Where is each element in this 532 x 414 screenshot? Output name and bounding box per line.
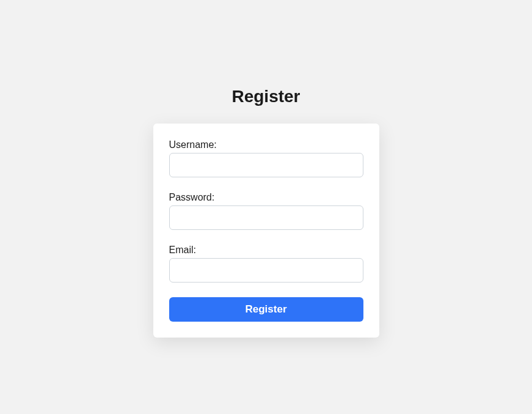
- register-button[interactable]: Register: [169, 297, 363, 322]
- password-input[interactable]: [169, 205, 363, 230]
- register-card: Username: Password: Email: Register: [153, 124, 379, 338]
- password-group: Password:: [169, 192, 363, 230]
- page-title: Register: [153, 87, 379, 106]
- username-group: Username:: [169, 139, 363, 177]
- username-input[interactable]: [169, 153, 363, 177]
- register-form: Username: Password: Email: Register: [169, 139, 363, 322]
- password-label: Password:: [169, 192, 363, 203]
- email-label: Email:: [169, 245, 363, 256]
- email-group: Email:: [169, 245, 363, 283]
- email-input[interactable]: [169, 258, 363, 283]
- username-label: Username:: [169, 139, 363, 150]
